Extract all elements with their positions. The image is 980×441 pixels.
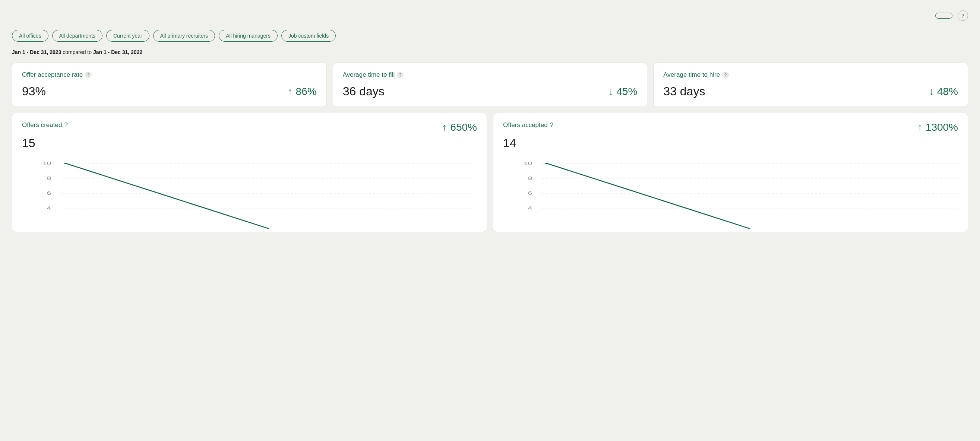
chart-help-icon-offers_accepted[interactable]: ? xyxy=(550,121,554,129)
date-range: Jan 1 - Dec 31, 2023 compared to Jan 1 -… xyxy=(12,49,968,55)
chart-main-value-offers_created: 15 xyxy=(22,136,477,150)
metric-card-avg_time_to_hire: Average time to hire ? 33 days ↓ 48% xyxy=(653,63,968,107)
metric-help-icon-avg_time_to_hire[interactable]: ? xyxy=(722,71,729,78)
svg-text:4: 4 xyxy=(47,206,51,211)
filter-recruiters[interactable]: All primary recruiters xyxy=(153,30,215,42)
help-icon[interactable]: ? xyxy=(958,10,968,21)
metric-help-icon-avg_time_to_fill[interactable]: ? xyxy=(397,71,404,78)
svg-text:10: 10 xyxy=(43,161,51,166)
svg-text:6: 6 xyxy=(47,191,51,195)
filter-year[interactable]: Current year xyxy=(106,30,150,42)
metric-card-offer_acceptance_rate: Offer acceptance rate ? 93% ↑ 86% xyxy=(12,63,327,107)
metric-card-avg_time_to_fill: Average time to fill ? 36 days ↓ 45% xyxy=(333,63,648,107)
metric-change-avg_time_to_fill: ↓ 45% xyxy=(608,86,638,98)
chart-card-offers_created: Offers created ? ↑ 650% 15 10 8 6 4 xyxy=(12,113,487,232)
metric-change-offer_acceptance_rate: ↑ 86% xyxy=(288,86,317,98)
filter-hiring_managers[interactable]: All hiring managers xyxy=(219,30,278,42)
comparison-label: compared to xyxy=(63,49,93,55)
chart-header-offers_accepted: Offers accepted ? ↑ 1300% xyxy=(503,121,958,133)
chart-svg-offers_created: 10 8 6 4 xyxy=(22,156,477,230)
metric-title-avg_time_to_fill: Average time to fill ? xyxy=(343,71,638,79)
svg-text:4: 4 xyxy=(528,206,533,211)
metric-main-value-avg_time_to_fill: 36 days xyxy=(343,84,385,98)
metric-change-avg_time_to_hire: ↓ 48% xyxy=(929,86,958,98)
save-button[interactable] xyxy=(935,13,953,19)
metric-title-offer_acceptance_rate: Offer acceptance rate ? xyxy=(22,71,317,79)
svg-text:8: 8 xyxy=(47,176,51,181)
filter-bar: All officesAll departmentsCurrent yearAl… xyxy=(12,30,968,42)
metric-title-avg_time_to_hire: Average time to hire ? xyxy=(663,71,958,79)
previous-date-range: Jan 1 - Dec 31, 2022 xyxy=(93,49,142,55)
chart-title-offers_accepted: Offers accepted ? xyxy=(503,121,554,129)
filter-offices[interactable]: All offices xyxy=(12,30,48,42)
header-actions: ? xyxy=(935,10,968,21)
filter-custom_fields[interactable]: Job custom fields xyxy=(281,30,336,42)
svg-text:8: 8 xyxy=(528,176,533,181)
chart-svg-offers_accepted: 10 8 6 4 xyxy=(503,156,958,230)
metric-title-text: Average time to fill xyxy=(343,71,395,79)
metric-values-avg_time_to_hire: 33 days ↓ 48% xyxy=(663,84,958,98)
svg-text:6: 6 xyxy=(528,191,533,195)
chart-help-icon-offers_created[interactable]: ? xyxy=(64,121,67,129)
metric-values-avg_time_to_fill: 36 days ↓ 45% xyxy=(343,84,638,98)
charts-row: Offers created ? ↑ 650% 15 10 8 6 4 xyxy=(12,113,968,232)
page-header: ? xyxy=(12,10,968,21)
metrics-row: Offer acceptance rate ? 93% ↑ 86% Averag… xyxy=(12,63,968,107)
metric-help-icon-offer_acceptance_rate[interactable]: ? xyxy=(85,71,92,78)
current-date-range: Jan 1 - Dec 31, 2023 xyxy=(12,49,61,55)
chart-title-offers_created: Offers created ? xyxy=(22,121,68,129)
metric-values-offer_acceptance_rate: 93% ↑ 86% xyxy=(22,84,317,98)
metric-title-text: Offer acceptance rate xyxy=(22,71,83,79)
svg-text:10: 10 xyxy=(523,161,532,166)
chart-change-offers_created: ↑ 650% xyxy=(442,121,477,133)
chart-change-offers_accepted: ↑ 1300% xyxy=(917,121,958,133)
metric-main-value-avg_time_to_hire: 33 days xyxy=(663,84,705,98)
chart-area-offers_accepted: 10 8 6 4 xyxy=(503,156,958,230)
chart-main-value-offers_accepted: 14 xyxy=(503,136,958,150)
chart-header-offers_created: Offers created ? ↑ 650% xyxy=(22,121,477,133)
filter-departments[interactable]: All departments xyxy=(52,30,102,42)
metric-title-text: Average time to hire xyxy=(663,71,720,79)
chart-card-offers_accepted: Offers accepted ? ↑ 1300% 14 10 8 6 4 xyxy=(493,113,968,232)
chart-area-offers_created: 10 8 6 4 xyxy=(22,156,477,230)
metric-main-value-offer_acceptance_rate: 93% xyxy=(22,84,46,98)
